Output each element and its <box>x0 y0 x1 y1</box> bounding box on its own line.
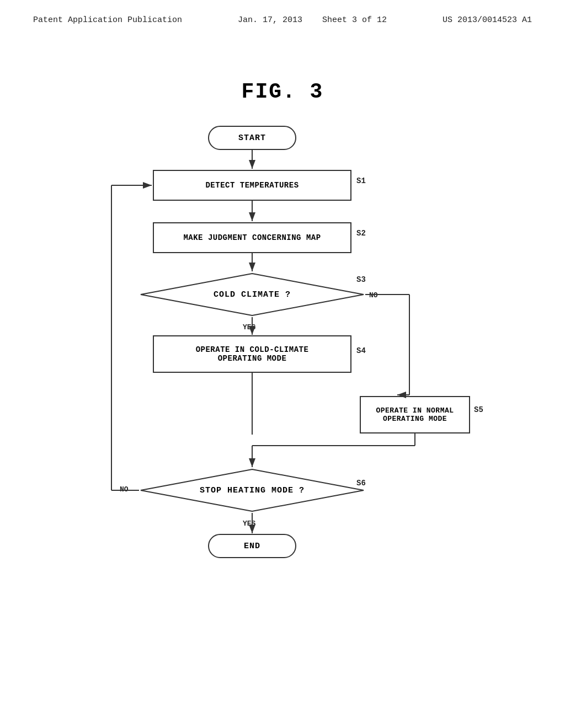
s3-label: S3 <box>356 275 366 284</box>
header-date-sheet: Jan. 17, 2013 Sheet 3 of 12 <box>238 15 387 25</box>
s3-diamond: COLD CLIMATE ? <box>139 272 365 317</box>
s5-label: S5 <box>474 405 483 414</box>
s6-label: S6 <box>356 479 366 488</box>
flowchart-diagram: START DETECT TEMPERATURES S1 MAKE JUDGME… <box>89 126 476 600</box>
s1-text: DETECT TEMPERATURES <box>205 181 299 190</box>
header-sheet: Sheet 3 of 12 <box>322 15 387 25</box>
s4-text: OPERATE IN COLD-CLIMATE OPERATING MODE <box>196 345 309 363</box>
s2-box: MAKE JUDGMENT CONCERNING MAP <box>153 222 351 253</box>
page-header: Patent Application Publication Jan. 17, … <box>0 0 565 25</box>
figure-title: FIG. 3 <box>0 80 565 104</box>
s1-label: S1 <box>356 176 366 185</box>
s5-box: OPERATE IN NORMAL OPERATING MODE <box>360 396 470 433</box>
s3-diamond-inner: COLD CLIMATE ? <box>139 272 365 317</box>
s2-label: S2 <box>356 229 366 238</box>
start-node: START <box>208 126 296 150</box>
s6-no-label: NO <box>120 485 129 494</box>
s6-text: STOP HEATING MODE ? <box>200 486 305 495</box>
s3-yes-label: YES <box>243 323 255 331</box>
header-publication: Patent Application Publication <box>33 15 182 25</box>
s3-text: COLD CLIMATE ? <box>214 290 291 299</box>
s4-box: OPERATE IN COLD-CLIMATE OPERATING MODE <box>153 335 351 373</box>
s2-text: MAKE JUDGMENT CONCERNING MAP <box>183 233 321 242</box>
start-label: START <box>238 133 266 143</box>
s6-diamond-inner: STOP HEATING MODE ? <box>139 468 365 513</box>
s1-box: DETECT TEMPERATURES <box>153 170 351 201</box>
s3-no-label: NO <box>369 291 378 299</box>
s6-diamond: STOP HEATING MODE ? <box>139 468 365 513</box>
header-date: Jan. 17, 2013 <box>238 15 302 25</box>
end-node: END <box>208 534 296 558</box>
s4-label: S4 <box>356 346 366 355</box>
s5-text: OPERATE IN NORMAL OPERATING MODE <box>376 406 454 423</box>
end-label: END <box>244 542 260 551</box>
s6-yes-label: YES <box>243 520 255 528</box>
header-patent-number: US 2013/0014523 A1 <box>443 15 532 25</box>
